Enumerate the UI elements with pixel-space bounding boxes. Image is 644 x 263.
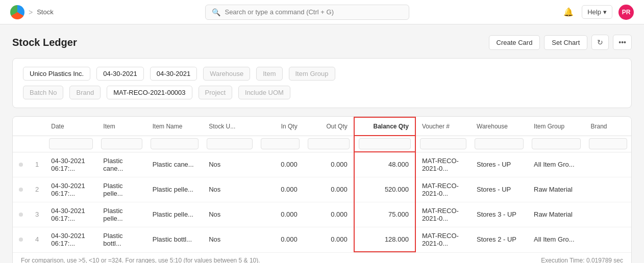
help-button[interactable]: Help ▾	[582, 5, 612, 19]
cell-in-qty: 0.000	[257, 202, 304, 227]
cell-item[interactable]: Plastic pelle...	[97, 177, 146, 202]
filter-batch-no[interactable]: Batch No	[23, 86, 63, 99]
set-chart-button[interactable]: Set Chart	[544, 35, 587, 50]
page-title: Stock Ledger	[12, 37, 77, 48]
row-indicator-cell	[13, 227, 29, 252]
cell-balance-qty: 48.000	[354, 152, 415, 177]
filter-voucher[interactable]: MAT-RECO-2021-00003	[107, 86, 192, 99]
topnav: > Stock 🔍 🔔 Help ▾ PR	[0, 0, 644, 24]
table-row: 1 04-30-2021 06:17:... Plastic cane... P…	[13, 152, 631, 177]
filter-row-1: Unico Plastics Inc. 04-30-2021 04-30-202…	[23, 67, 621, 81]
filter-company[interactable]: Unico Plastics Inc.	[23, 67, 90, 81]
filter-item-group[interactable]: Item Group	[289, 67, 335, 81]
filter-row-2: Batch No Brand MAT-RECO-2021-00003 Proje…	[23, 86, 621, 99]
cell-item-group: Raw Material	[528, 202, 584, 227]
filter-brand[interactable]: Brand	[69, 86, 101, 99]
search-area: 🔍	[205, 5, 409, 20]
cell-out-qty: 0.000	[304, 177, 354, 202]
filter-include-uom[interactable]: Include UOM	[238, 86, 290, 99]
filter-project[interactable]: Project	[199, 86, 232, 99]
filter-item-group-input[interactable]	[532, 138, 580, 149]
th-item-name[interactable]: Item Name	[146, 117, 203, 136]
th-num	[29, 117, 45, 136]
row-indicator-cell	[13, 152, 29, 177]
cell-item[interactable]: Plastic cane...	[97, 152, 146, 177]
table-filter-input-row	[13, 136, 631, 152]
th-date[interactable]: Date	[45, 117, 97, 136]
avatar: PR	[618, 5, 634, 20]
cell-warehouse: Stores - UP	[470, 177, 528, 202]
filter-item-input[interactable]	[101, 138, 142, 149]
th-in-qty[interactable]: In Qty	[257, 117, 304, 136]
notification-button[interactable]: 🔔	[561, 5, 576, 19]
th-brand[interactable]: Brand	[585, 117, 632, 136]
row-indicator	[19, 213, 23, 217]
cell-balance-qty: 520.000	[354, 177, 415, 202]
cell-balance-qty: 75.000	[354, 202, 415, 227]
filter-in-qty-input[interactable]	[261, 138, 300, 149]
filter-voucher-input[interactable]	[420, 138, 466, 149]
table-container: Date Item Item Name Stock U... In Qty Ou…	[12, 116, 632, 263]
row-indicator-cell	[13, 177, 29, 202]
search-input[interactable]	[225, 8, 403, 16]
cell-warehouse: Stores 2 - UP	[470, 227, 528, 252]
cell-voucher[interactable]: MAT-RECO-2021-0...	[415, 152, 470, 177]
row-number: 1	[29, 152, 45, 177]
row-number: 4	[29, 227, 45, 252]
cell-date: 04-30-2021 06:17:...	[45, 202, 97, 227]
cell-voucher[interactable]: MAT-RECO-2021-0...	[415, 227, 470, 252]
filter-to-date[interactable]: 04-30-2021	[150, 67, 197, 81]
page-content: Stock Ledger Create Card Set Chart ↻ •••…	[0, 24, 644, 263]
filter-uom-input[interactable]	[207, 138, 253, 149]
cell-item[interactable]: Plastic bottl...	[97, 227, 146, 252]
cell-item-name: Plastic pelle...	[146, 177, 203, 202]
create-card-button[interactable]: Create Card	[489, 35, 540, 50]
search-box[interactable]: 🔍	[205, 5, 409, 20]
cell-warehouse: Stores 3 - UP	[470, 202, 528, 227]
filter-item[interactable]: Item	[256, 67, 282, 81]
breadcrumb-stock[interactable]: Stock	[37, 8, 54, 16]
search-icon: 🔍	[212, 8, 220, 16]
th-item-group[interactable]: Item Group	[528, 117, 584, 136]
th-item[interactable]: Item	[97, 117, 146, 136]
th-out-qty[interactable]: Out Qty	[304, 117, 354, 136]
filter-from-date[interactable]: 04-30-2021	[96, 67, 144, 81]
cell-date: 04-30-2021 06:17:...	[45, 177, 97, 202]
filter-warehouse[interactable]: Warehouse	[203, 67, 250, 81]
filter-brand-input[interactable]	[589, 138, 628, 149]
cell-voucher[interactable]: MAT-RECO-2021-0...	[415, 202, 470, 227]
cell-warehouse: Stores - UP	[470, 152, 528, 177]
stock-ledger-table: Date Item Item Name Stock U... In Qty Ou…	[13, 117, 631, 252]
topnav-right: 🔔 Help ▾ PR	[561, 5, 634, 20]
filter-balance-qty-input[interactable]	[359, 138, 411, 149]
cell-in-qty: 0.000	[257, 152, 304, 177]
more-options-button[interactable]: •••	[613, 35, 632, 50]
cell-uom: Nos	[203, 177, 257, 202]
cell-uom: Nos	[203, 152, 257, 177]
th-balance-qty[interactable]: Balance Qty	[354, 117, 415, 136]
cell-uom: Nos	[203, 227, 257, 252]
row-indicator	[19, 188, 23, 192]
cell-out-qty: 0.000	[304, 227, 354, 252]
filter-warehouse-input[interactable]	[475, 138, 524, 149]
cell-brand	[585, 202, 632, 227]
execution-time: Execution Time: 0.019789 sec	[541, 257, 623, 264]
filter-item-name-input[interactable]	[151, 138, 199, 149]
cell-in-qty: 0.000	[257, 227, 304, 252]
table-row: 3 04-30-2021 06:17:... Plastic pelle... …	[13, 202, 631, 227]
app-logo	[10, 5, 24, 19]
filter-date-input[interactable]	[49, 138, 93, 149]
footer-hint: For comparison, use >5, <10 or =324. For…	[21, 257, 260, 264]
cell-date: 04-30-2021 06:17:...	[45, 227, 97, 252]
th-warehouse[interactable]: Warehouse	[470, 117, 528, 136]
filter-area: Unico Plastics Inc. 04-30-2021 04-30-202…	[12, 58, 632, 108]
cell-item[interactable]: Plastic pelle...	[97, 202, 146, 227]
th-voucher[interactable]: Voucher #	[415, 117, 470, 136]
cell-voucher[interactable]: MAT-RECO-2021-0...	[415, 177, 470, 202]
th-stock-uom[interactable]: Stock U...	[203, 117, 257, 136]
topnav-left: > Stock	[10, 5, 54, 19]
refresh-button[interactable]: ↻	[591, 35, 609, 50]
filter-out-qty-input[interactable]	[308, 138, 350, 149]
row-indicator-cell	[13, 202, 29, 227]
cell-in-qty: 0.000	[257, 177, 304, 202]
